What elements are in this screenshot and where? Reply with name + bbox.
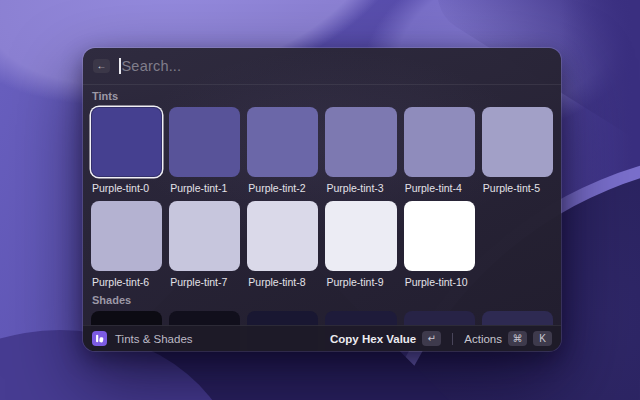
results-list: Tints Purple-tint-0Purple-tint-1Purple-t… xyxy=(83,85,561,351)
color-swatch[interactable] xyxy=(247,107,318,177)
swatch-label: Purple-tint-3 xyxy=(326,182,396,194)
swatch-label: Purple-tint-7 xyxy=(170,276,240,288)
color-swatch[interactable] xyxy=(404,107,475,177)
swatch-label: Purple-tint-0 xyxy=(92,182,162,194)
footer-bar: Tints & Shades Copy Hex Value ↵ Actions … xyxy=(83,325,561,351)
swatch-label: Purple-tint-4 xyxy=(405,182,475,194)
tints-grid: Purple-tint-0Purple-tint-1Purple-tint-2P… xyxy=(91,107,553,288)
swatch-label: Purple-tint-9 xyxy=(326,276,396,288)
color-swatch[interactable] xyxy=(169,201,240,271)
tints-shades-app-icon xyxy=(92,331,107,346)
swatch-label: Purple-tint-6 xyxy=(92,276,162,288)
swatch-label: Purple-tint-2 xyxy=(248,182,318,194)
swatch-label: Purple-tint-1 xyxy=(170,182,240,194)
search-input[interactable]: Search... xyxy=(119,58,551,74)
swatch-cell-purple-tint-9[interactable]: Purple-tint-9 xyxy=(325,201,396,288)
swatch-cell-purple-tint-8[interactable]: Purple-tint-8 xyxy=(247,201,318,288)
swatch-cell-purple-tint-3[interactable]: Purple-tint-3 xyxy=(325,107,396,194)
back-arrow-icon: ← xyxy=(97,61,107,71)
app-name-label: Tints & Shades xyxy=(115,333,193,345)
color-swatch[interactable] xyxy=(91,201,162,271)
swatch-cell-purple-tint-5[interactable]: Purple-tint-5 xyxy=(482,107,553,194)
copy-hex-value-action[interactable]: Copy Hex Value ↵ xyxy=(330,331,441,346)
search-placeholder: Search... xyxy=(122,58,182,74)
section-label-tints: Tints xyxy=(92,90,552,102)
swatch-label: Purple-tint-5 xyxy=(483,182,553,194)
section-label-shades: Shades xyxy=(92,294,552,306)
k-keycap: K xyxy=(533,331,552,346)
swatch-cell-purple-tint-6[interactable]: Purple-tint-6 xyxy=(91,201,162,288)
actions-menu-button[interactable]: Actions ⌘ K xyxy=(464,331,552,346)
swatch-label: Purple-tint-8 xyxy=(248,276,318,288)
color-swatch[interactable] xyxy=(404,201,475,271)
search-bar: ← Search... xyxy=(83,48,561,84)
color-swatch[interactable] xyxy=(325,107,396,177)
swatch-label: Purple-tint-10 xyxy=(405,276,475,288)
swatch-cell-purple-tint-1[interactable]: Purple-tint-1 xyxy=(169,107,240,194)
text-caret xyxy=(119,58,121,74)
color-swatch[interactable] xyxy=(247,201,318,271)
footer-divider xyxy=(452,333,453,345)
swatch-cell-purple-tint-2[interactable]: Purple-tint-2 xyxy=(247,107,318,194)
swatch-cell-purple-tint-10[interactable]: Purple-tint-10 xyxy=(404,201,475,288)
palette-glyph-icon xyxy=(94,333,105,344)
swatch-cell-purple-tint-4[interactable]: Purple-tint-4 xyxy=(404,107,475,194)
color-swatch[interactable] xyxy=(91,107,162,177)
swatch-cell-purple-tint-7[interactable]: Purple-tint-7 xyxy=(169,201,240,288)
swatch-cell-purple-tint-0[interactable]: Purple-tint-0 xyxy=(91,107,162,194)
command-keycap: ⌘ xyxy=(508,331,527,346)
actions-label: Actions xyxy=(464,333,502,345)
color-swatch[interactable] xyxy=(325,201,396,271)
color-swatch[interactable] xyxy=(482,107,553,177)
enter-keycap: ↵ xyxy=(422,331,441,346)
copy-hex-value-label: Copy Hex Value xyxy=(330,333,416,345)
tints-shades-window: ← Search... Tints Purple-tint-0Purple-ti… xyxy=(83,48,561,351)
back-button[interactable]: ← xyxy=(93,59,110,73)
color-swatch[interactable] xyxy=(169,107,240,177)
